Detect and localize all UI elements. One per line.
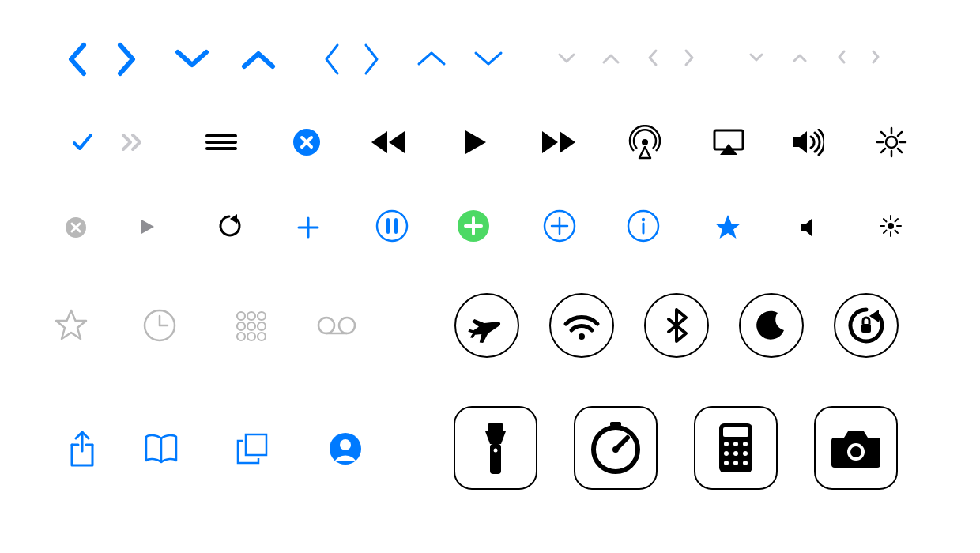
chevron-left-thin-icon[interactable]: [320, 40, 344, 79]
svg-point-73: [579, 333, 585, 340]
plus-circle-icon[interactable]: [541, 207, 579, 245]
info-circle-icon[interactable]: [624, 207, 662, 245]
timer-button[interactable]: [571, 403, 661, 493]
svg-rect-86: [488, 423, 503, 431]
svg-point-65: [237, 333, 245, 340]
svg-line-22: [898, 149, 902, 152]
svg-point-69: [339, 318, 355, 333]
calculator-button[interactable]: [691, 403, 781, 493]
keypad-icon[interactable]: [232, 307, 271, 346]
brightness-dot-icon[interactable]: [876, 212, 905, 240]
voicemail-icon[interactable]: [315, 313, 359, 338]
svg-point-104: [724, 461, 729, 465]
svg-rect-97: [723, 427, 748, 437]
chevron-down-small-icon: [555, 49, 579, 68]
svg-line-53: [895, 219, 899, 222]
plus-circle-filled-icon[interactable]: [454, 207, 492, 245]
plus-icon[interactable]: [292, 212, 324, 243]
close-gray-icon[interactable]: [62, 213, 90, 242]
svg-marker-12: [639, 147, 650, 158]
share-icon[interactable]: [63, 425, 101, 472]
svg-point-32: [377, 211, 407, 241]
chevron-down-mini-icon: [747, 51, 766, 65]
svg-point-16: [886, 137, 897, 148]
copy-icon[interactable]: [232, 428, 273, 469]
svg-point-109: [850, 446, 861, 457]
svg-marker-15: [793, 131, 807, 153]
volume-up-icon[interactable]: [788, 125, 827, 160]
svg-line-93: [616, 438, 628, 450]
airdrop-icon[interactable]: [624, 122, 665, 163]
rotation-lock-toggle[interactable]: [831, 291, 901, 360]
svg-point-103: [743, 451, 748, 456]
svg-point-89: [494, 449, 498, 453]
svg-point-64: [258, 322, 266, 330]
do-not-disturb-toggle[interactable]: [737, 291, 806, 360]
svg-point-63: [247, 322, 255, 330]
svg-point-46: [888, 223, 894, 229]
brightness-outline-icon[interactable]: [873, 123, 910, 161]
double-chevron-right-icon[interactable]: [117, 128, 149, 156]
star-filled-icon[interactable]: [710, 210, 745, 245]
star-outline-icon[interactable]: [51, 305, 92, 346]
chevron-right-mini-icon: [869, 47, 882, 66]
chevron-right-icon[interactable]: [111, 40, 143, 79]
svg-marker-8: [466, 130, 486, 154]
book-icon[interactable]: [141, 431, 182, 468]
chevron-left-small-icon: [645, 46, 661, 70]
checkmark-icon: [66, 126, 98, 158]
chevron-up-small-icon: [599, 49, 623, 68]
svg-marker-6: [389, 131, 405, 153]
chevron-up-icon[interactable]: [235, 43, 282, 75]
svg-marker-7: [371, 131, 387, 153]
chevron-left-mini-icon: [835, 47, 848, 66]
fast-forward-icon[interactable]: [536, 126, 580, 158]
play-icon[interactable]: [460, 125, 492, 160]
svg-point-67: [258, 333, 266, 340]
pause-circle-icon[interactable]: [373, 207, 411, 245]
volume-icon[interactable]: [795, 213, 824, 242]
svg-marker-29: [230, 214, 237, 224]
close-filled-icon[interactable]: [289, 125, 324, 160]
svg-line-24: [881, 149, 885, 152]
svg-point-100: [743, 442, 748, 446]
airplay-icon[interactable]: [710, 125, 748, 160]
svg-line-52: [895, 231, 899, 234]
svg-point-61: [258, 312, 266, 320]
chevron-right-thin-icon[interactable]: [360, 40, 383, 79]
svg-marker-9: [542, 131, 558, 153]
menu-icon[interactable]: [202, 128, 241, 156]
wifi-toggle[interactable]: [547, 291, 616, 360]
airplane-mode-toggle[interactable]: [452, 291, 522, 360]
svg-marker-77: [869, 310, 879, 322]
svg-point-42: [642, 218, 645, 221]
svg-line-54: [884, 231, 887, 234]
svg-line-23: [898, 132, 902, 136]
refresh-icon[interactable]: [216, 212, 244, 240]
contact-filled-icon[interactable]: [326, 430, 364, 468]
svg-point-60: [247, 312, 255, 320]
rewind-icon[interactable]: [367, 126, 411, 158]
svg-line-51: [884, 219, 887, 222]
svg-marker-10: [560, 131, 575, 153]
svg-point-59: [237, 312, 245, 320]
bluetooth-toggle[interactable]: [642, 291, 711, 360]
svg-marker-45: [801, 219, 812, 236]
play-small-icon[interactable]: [136, 215, 160, 239]
svg-marker-87: [485, 431, 506, 444]
chevron-left-icon[interactable]: [61, 40, 92, 79]
svg-point-98: [724, 442, 729, 446]
chevron-up-mini-icon: [790, 51, 809, 65]
clock-icon[interactable]: [139, 305, 180, 346]
svg-point-102: [733, 451, 738, 456]
chevron-down-thin-icon[interactable]: [469, 44, 508, 73]
svg-point-11: [642, 139, 648, 145]
svg-point-99: [733, 442, 738, 446]
svg-point-68: [318, 318, 334, 333]
chevron-right-small-icon: [681, 46, 697, 70]
svg-marker-28: [141, 220, 154, 234]
flashlight-button[interactable]: [450, 403, 541, 493]
chevron-down-icon[interactable]: [168, 43, 216, 75]
chevron-up-thin-icon[interactable]: [412, 44, 451, 73]
camera-button[interactable]: [811, 403, 901, 493]
